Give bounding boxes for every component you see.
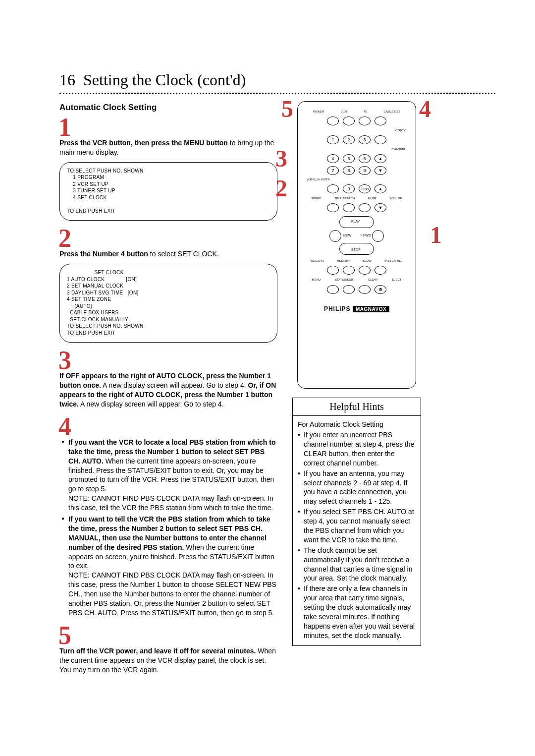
time-search-button[interactable] xyxy=(343,203,355,212)
volume-up-button[interactable]: ▲ xyxy=(374,184,386,193)
remote-menu-labels: MENU STATUS/EXIT CLEAR EJECT xyxy=(305,278,409,282)
osd-set-clock: SET CLOCK 1 AUTO CLOCK [ON] 2 SET MANUAL… xyxy=(59,264,277,343)
num-9-button[interactable]: 9 xyxy=(359,166,371,175)
step-number-5: 5 xyxy=(58,623,277,648)
callout-1: 1 xyxy=(430,223,442,247)
step-2-bold: Press the Number 4 button xyxy=(59,250,148,258)
tv-button[interactable] xyxy=(359,116,371,125)
hint-item-1: If you enter an incorrect PBS channel nu… xyxy=(304,430,416,468)
memory-button[interactable] xyxy=(343,266,355,275)
status-exit-button[interactable] xyxy=(343,285,355,294)
step-3-text-d: A new display screen will appear. Go to … xyxy=(79,400,224,408)
callout-2: 2 xyxy=(275,176,287,200)
label-rew: REW xyxy=(343,233,351,237)
label-rec-otr: REC/OTR xyxy=(311,259,324,263)
rec-otr-button[interactable] xyxy=(327,266,339,275)
label-status-exit: STATUS/EXIT xyxy=(335,278,354,282)
label-memory: MEMORY xyxy=(337,259,350,263)
step-3-text-b: A new display screen will appear. Go to … xyxy=(101,381,248,389)
volume-down-button[interactable]: ▼ xyxy=(374,203,386,212)
section-heading: Automatic Clock Setting xyxy=(59,102,277,114)
step-4-note-2: NOTE: CANNOT FIND PBS CLOCK DATA may fla… xyxy=(68,571,277,617)
step-number-4: 4 xyxy=(58,414,277,440)
label-cable-dss: CABLE DSS xyxy=(384,110,401,114)
eject-button[interactable]: ⏏ xyxy=(374,285,386,294)
channel-up-button[interactable]: ▲ xyxy=(374,154,386,163)
remote-top-labels: POWER VCR TV CABLE DSS xyxy=(305,110,409,114)
step-number-1: 1 xyxy=(58,115,277,140)
label-channel: CHANNEL xyxy=(305,147,406,151)
callout-4: 4 xyxy=(419,97,431,121)
title-rule xyxy=(59,93,495,94)
step-5-bold: Turn off the VCR power, and leave it off… xyxy=(59,647,256,655)
sidebar-column: 5 4 3 2 1 POWER VCR TV CABLE DSS VCR/TV xyxy=(292,101,421,645)
label-time-search: TIME SEARCH xyxy=(334,196,355,200)
label-menu: MENU xyxy=(312,278,321,282)
step-number-2: 2 xyxy=(58,226,277,251)
num-4-button[interactable]: 4 xyxy=(327,154,339,163)
helpful-hints-box: Helpful Hints For Automatic Clock Settin… xyxy=(292,398,421,645)
remote-rec-labels: REC/OTR MEMORY SLOW PAUSE/STILL xyxy=(305,259,409,263)
callout-3: 3 xyxy=(275,147,287,171)
num-6-button[interactable]: 6 xyxy=(359,154,371,163)
num-8-button[interactable]: 8 xyxy=(343,166,355,175)
instructions-column: Automatic Clock Setting 1 Press the VCR … xyxy=(59,101,277,679)
label-vcr-tv: VCR/TV xyxy=(305,128,406,132)
mute-button[interactable] xyxy=(359,203,371,212)
osd-main-menu: TO SELECT PUSH NO. SHOWN 1 PROGRAM 2 VCR… xyxy=(59,162,277,221)
label-ffwd: F.FWD xyxy=(361,233,371,237)
step-1-bold: Press the VCR button, then press the MEN… xyxy=(59,139,228,147)
pause-still-button[interactable] xyxy=(374,266,386,275)
label-eject: EJECT xyxy=(392,278,402,282)
num-0-button[interactable]: 0 xyxy=(343,184,355,193)
cable-dss-button[interactable] xyxy=(374,116,386,125)
step-2-rest: to select SET CLOCK. xyxy=(148,250,219,258)
step-4-option-1: If you want the VCR to locate a local PB… xyxy=(68,438,277,494)
num-5-button[interactable]: 5 xyxy=(343,154,355,163)
page-number: 16 xyxy=(59,71,75,89)
remote-mid-labels: SPEED TIME SEARCH MUTE VOLUME xyxy=(305,196,409,200)
clear-button[interactable] xyxy=(359,285,371,294)
num-2-button[interactable]: 2 xyxy=(343,135,355,144)
remote-wrapper: 5 4 3 2 1 POWER VCR TV CABLE DSS VCR/TV xyxy=(292,101,421,389)
hint-item-2: If you have an antenna, you may select c… xyxy=(304,469,416,507)
step-4-note-1: NOTE: CANNOT FIND PBS CLOCK DATA may fla… xyxy=(68,494,277,513)
vcrplus-enter-button[interactable] xyxy=(327,184,339,193)
step-1-body: Press the VCR button, then press the MEN… xyxy=(59,138,277,157)
label-vcr: VCR xyxy=(341,110,347,114)
power-button[interactable] xyxy=(327,116,339,125)
two-column-layout: Automatic Clock Setting 1 Press the VCR … xyxy=(59,101,485,679)
brand-philips: PHILIPS xyxy=(324,305,351,312)
hint-item-3: If you select SET PBS CH. AUTO at step 4… xyxy=(304,507,416,545)
helpful-hints-body: For Automatic Clock Setting If you enter… xyxy=(293,416,421,645)
slow-button[interactable] xyxy=(359,266,371,275)
channel-down-button[interactable]: ▼ xyxy=(374,166,386,175)
num-7-button[interactable]: 7 xyxy=(327,166,339,175)
label-power: POWER xyxy=(313,110,324,114)
menu-button[interactable] xyxy=(327,285,339,294)
hints-lead: For Automatic Clock Setting xyxy=(298,420,416,429)
vcr-button[interactable] xyxy=(343,116,355,125)
ffwd-button[interactable] xyxy=(372,230,384,242)
rewind-button[interactable] xyxy=(329,230,341,242)
num-3-button[interactable]: 3 xyxy=(359,135,371,144)
label-vcrplus: VCR PLUS+ ENTER xyxy=(307,178,409,181)
label-play: PLAY xyxy=(351,219,360,224)
label-stop: STOP xyxy=(351,247,361,252)
vcr-tv-button[interactable] xyxy=(374,135,386,144)
step-number-3: 3 xyxy=(58,348,277,373)
label-volume: VOLUME xyxy=(389,196,402,200)
page-title: 16 Setting the Clock (cont'd) xyxy=(59,69,485,91)
helpful-hints-title: Helpful Hints xyxy=(293,398,421,416)
remote-control-diagram: POWER VCR TV CABLE DSS VCR/TV 1 2 3 xyxy=(297,101,416,389)
label-pause-still: PAUSE/STILL xyxy=(384,259,403,263)
hint-item-5: If there are only a few channels in your… xyxy=(304,584,416,640)
num-1-button[interactable]: 1 xyxy=(327,135,339,144)
label-speed: SPEED xyxy=(311,196,321,200)
speed-button[interactable] xyxy=(327,203,339,212)
step-4-body: If you want the VCR to locate a local PB… xyxy=(59,438,277,618)
step-2-body: Press the Number 4 button to select SET … xyxy=(59,249,277,259)
label-clear: CLEAR xyxy=(368,278,378,282)
plus-100-button[interactable]: +100 xyxy=(359,184,371,193)
page-title-text: Setting the Clock (cont'd) xyxy=(83,71,246,89)
